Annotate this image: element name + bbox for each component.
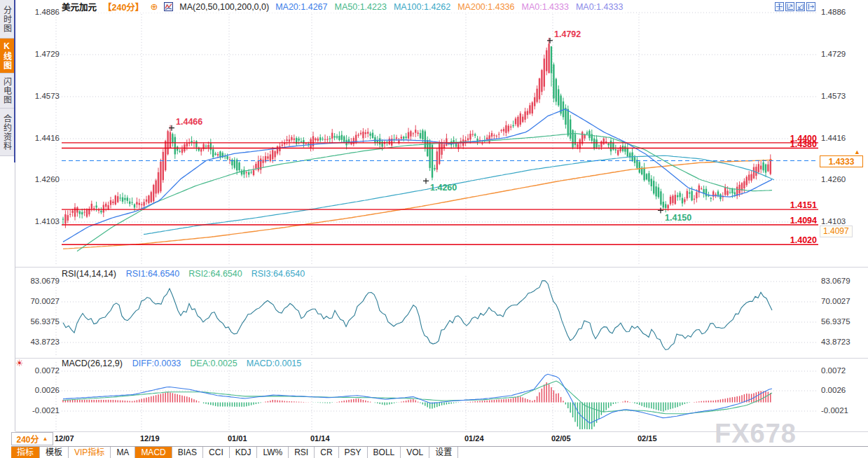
macd-panel-header: MACD(26,12,9) DIFF:0.0033DEA:0.0025MACD:… [62,359,307,368]
x-axis-date-label: 01/24 [464,434,484,443]
scroll-right-icon[interactable] [806,1,815,11]
interval-selector[interactable]: 240分 ▲ [11,432,53,445]
rsi-title: RSI(14,14,14) [62,269,116,279]
sidebar: 分时图K线图闪电图合约资料 [0,0,14,458]
add-indicator-icon[interactable]: ⊕ [150,1,158,12]
rsi-value-2: RSI2:64.6540 [188,269,242,279]
bottom-tab-13[interactable]: BOLL [368,447,401,458]
panel-divider [15,267,868,268]
panel-divider [15,431,868,432]
price-axis-label-left: 1.4416 [20,134,60,142]
ma-value-3: MA100:1.4262 [394,2,450,12]
sidebar-tab-3[interactable]: 闪电图 [0,74,14,109]
rsi-axis-label-right: 43.8723 [821,338,864,346]
rsi-axis-label-right: 83.0679 [821,277,864,285]
rsi-axis-label-left: 83.0679 [20,277,60,285]
rsi-panel-header: RSI(14,14,14) RSI1:64.6540RSI2:64.6540RS… [62,269,310,279]
interval-arrow-icon: ▲ [43,436,48,442]
indicator-tabbar: 指标模板VIP指标MAMACDBIASCCIKDJLW%RSICRPSYBOLL… [11,446,868,458]
secondary-price-tag: 1.4097 [820,225,853,237]
price-axis-label-left: 1.4729 [20,50,60,58]
level-label: 1.4020 [790,235,817,245]
macd-axis-label-right: -0.0021 [821,406,864,415]
trading-terminal: FX678 1.44001.43801.41511.40941.40201.47… [0,0,868,458]
bottom-tab-2[interactable]: 模板 [40,447,69,458]
level-label: 1.4380 [790,139,817,149]
sun-icon[interactable]: ☀ [15,358,24,368]
fit-horizontal-icon[interactable] [785,1,794,11]
macd-value-1: DIFF:0.0033 [132,359,181,368]
ma-value-2: MA50:1.4223 [335,2,387,12]
bottom-tab-3[interactable]: VIP指标 [69,447,111,458]
macd-axis-label-left: -0.0021 [20,406,60,415]
chart-header: 美元加元 【240分】 ⊕ MA(20,50,100,200,0,0) MA20… [59,1,626,13]
ma-value-4: MA200:1.4336 [457,2,514,12]
sidebar-tab-1[interactable]: 分时图 [0,0,14,39]
rsi-axis-label-left: 70.0027 [20,297,60,305]
price-axis-label-left: 1.4103 [20,217,60,225]
price-axis-label-right: 1.4416 [821,134,864,142]
macd-axis-label-right: 0.0026 [821,386,864,394]
bottom-tab-15[interactable]: 设置 [429,447,458,458]
bottom-tab-6[interactable]: BIAS [172,447,203,458]
ma-value-1: MA20:1.4267 [275,2,327,12]
pan-tool-icon[interactable] [775,1,784,11]
rsi-layer [63,281,772,350]
price-annotation: 1.4792 [554,29,581,39]
price-axis-label-left: 1.4260 [20,175,60,183]
interval-selector-label: 240分 [17,433,39,445]
bottom-tab-1[interactable]: 指标 [11,447,40,458]
sidebar-tab-4[interactable]: 合约资料 [0,109,14,156]
x-axis-date-label: 12/07 [55,434,74,443]
x-axis-date-label: 02/15 [638,434,657,443]
price-axis-label-right: 1.4103 [821,217,864,225]
rsi-axis-label-right: 56.9375 [821,317,864,326]
macd-axis-label-left: 0.0026 [20,386,60,394]
bottom-tab-5[interactable]: MACD [135,447,172,458]
sidebar-tab-2[interactable]: K线图 [0,39,14,74]
macd-title: MACD(26,12,9) [62,359,123,368]
interval-label[interactable]: 【240分】 [103,0,144,13]
price-up-arrow-icon: ▲ [854,148,860,155]
bottom-tab-14[interactable]: VOL [401,447,429,458]
symbol-title: 美元加元 [62,0,97,13]
macd-axis-label-left: 0.0072 [20,366,60,375]
ma-settings-label: MA(20,50,100,200,0,0) [179,2,269,12]
price-annotation: 1.4466 [176,117,202,127]
x-axis-date-label: 01/01 [228,434,247,443]
price-axis-label-right: 1.4729 [821,50,864,58]
price-axis-label-right: 1.4260 [821,175,864,183]
sidebar-separator-lower [15,162,15,431]
bottom-tab-7[interactable]: CCI [203,447,230,458]
price-axis-label-right: 1.4886 [821,8,864,16]
price-axis-label-right: 1.4573 [821,92,864,100]
rsi-axis-label-right: 70.0027 [821,297,864,305]
level-label: 1.4094 [790,216,817,225]
bottom-tab-9[interactable]: LW% [257,447,289,458]
macd-value-2: DEA:0.0025 [190,359,237,368]
bottom-tab-8[interactable]: KDJ [230,447,258,458]
level-label: 1.4151 [790,200,817,210]
price-annotation: 1.4260 [430,183,457,193]
rsi-axis-label-left: 43.8723 [20,338,60,346]
x-axis-date-label: 02/05 [551,434,571,443]
bottom-tab-10[interactable]: RSI [289,447,315,458]
macd-value-3: MACD:0.0015 [247,359,302,368]
bottom-tab-4[interactable]: MA [111,447,135,458]
chart-type-icon[interactable] [164,2,173,11]
sidebar-separator [14,0,15,162]
rsi-axis-label-left: 56.9375 [20,317,60,326]
ma-value-6: MA0:1.4333 [576,2,623,12]
x-axis-date-label: 01/14 [310,434,330,443]
price-annotation: 1.4150 [665,213,691,223]
chart-canvas[interactable]: 1.44001.43801.41511.40941.40201.47921.44… [0,0,868,458]
rsi-value-3: RSI3:64.6540 [252,269,305,279]
ma-value-5: MA0:1.4333 [522,2,569,12]
bottom-tab-12[interactable]: PSY [339,447,368,458]
fit-vertical-icon[interactable] [796,1,805,11]
rsi-value-1: RSI1:64.6540 [126,269,179,279]
price-axis-label-left: 1.4573 [20,92,60,100]
x-axis-date-label: 12/19 [140,434,160,443]
bottom-tab-11[interactable]: CR [315,447,338,458]
last-price-tag: 1.4333 [820,155,863,167]
